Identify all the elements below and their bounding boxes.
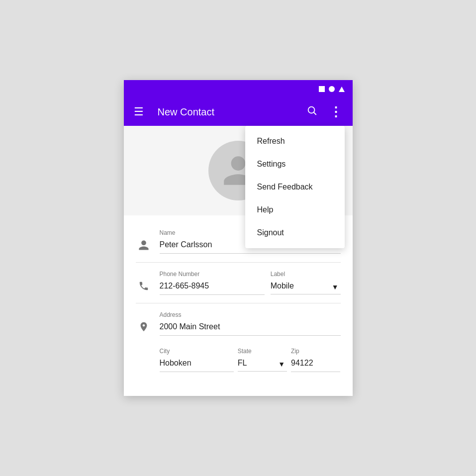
status-icon-circle — [329, 86, 335, 92]
menu-item-send-feedback[interactable]: Send Feedback — [245, 176, 345, 198]
phone-row: Phone Number Label Mobile Home Work Othe… — [160, 271, 341, 295]
phone-number-label: Phone Number — [160, 271, 265, 278]
phone-number-group: Phone Number — [160, 271, 265, 295]
phone-label-select-wrapper: Mobile Home Work Other ▼ — [271, 280, 341, 294]
divider-1 — [136, 262, 341, 263]
phone-number-input[interactable] — [160, 280, 265, 295]
state-group: State ALAKAZAR CACOCTDE FLGAHIID ILINIAK… — [238, 348, 287, 372]
phone-label-select[interactable]: Mobile Home Work Other — [271, 280, 341, 294]
phone-icon — [136, 271, 152, 294]
address-fields-group: Address — [160, 311, 341, 336]
overflow-dropdown-menu: Refresh Settings Send Feedback Help Sign… — [245, 126, 345, 248]
phone-fields-group: Phone Number Label Mobile Home Work Othe… — [160, 271, 341, 295]
zip-input[interactable] — [291, 357, 340, 372]
phone-frame: ☰ New Contact ⋮ Refresh Settings Send Fe… — [124, 80, 353, 396]
zip-group: Zip — [291, 348, 340, 372]
phone-label-label: Label — [271, 271, 341, 278]
address-label: Address — [160, 311, 341, 318]
status-icon-square — [319, 86, 325, 92]
city-group: City — [160, 348, 234, 372]
menu-item-help[interactable]: Help — [245, 198, 345, 221]
svg-point-0 — [308, 107, 314, 113]
search-icon[interactable] — [304, 103, 319, 121]
divider-2 — [136, 303, 341, 303]
menu-item-signout[interactable]: Signout — [245, 221, 345, 244]
svg-line-1 — [314, 112, 316, 114]
address-input[interactable] — [160, 320, 341, 336]
city-state-zip-row: City State ALAKAZAR CACOCTDE FLGAHIID IL… — [160, 348, 341, 372]
zip-label: Zip — [291, 348, 340, 355]
menu-item-settings[interactable]: Settings — [245, 153, 345, 176]
phone-field-row: Phone Number Label Mobile Home Work Othe… — [136, 265, 341, 301]
phone-label-group: Label Mobile Home Work Other ▼ — [271, 271, 341, 295]
city-input[interactable] — [160, 357, 234, 372]
location-icon — [136, 311, 152, 335]
status-bar — [124, 80, 353, 98]
person-icon — [136, 229, 152, 254]
toolbar: ☰ New Contact ⋮ Refresh Settings Send Fe… — [124, 98, 353, 126]
state-select[interactable]: ALAKAZAR CACOCTDE FLGAHIID ILINIAKS KYLA… — [238, 357, 287, 372]
state-select-wrapper: ALAKAZAR CACOCTDE FLGAHIID ILINIAKS KYLA… — [238, 357, 287, 372]
city-label: City — [160, 348, 234, 355]
address-field-row: Address — [136, 305, 341, 342]
page-title: New Contact — [158, 106, 296, 118]
hamburger-menu-icon[interactable]: ☰ — [132, 103, 146, 120]
status-icon-triangle — [339, 87, 345, 92]
overflow-menu-icon[interactable]: ⋮ — [327, 102, 345, 122]
state-label: State — [238, 348, 287, 355]
menu-item-refresh[interactable]: Refresh — [245, 130, 345, 153]
